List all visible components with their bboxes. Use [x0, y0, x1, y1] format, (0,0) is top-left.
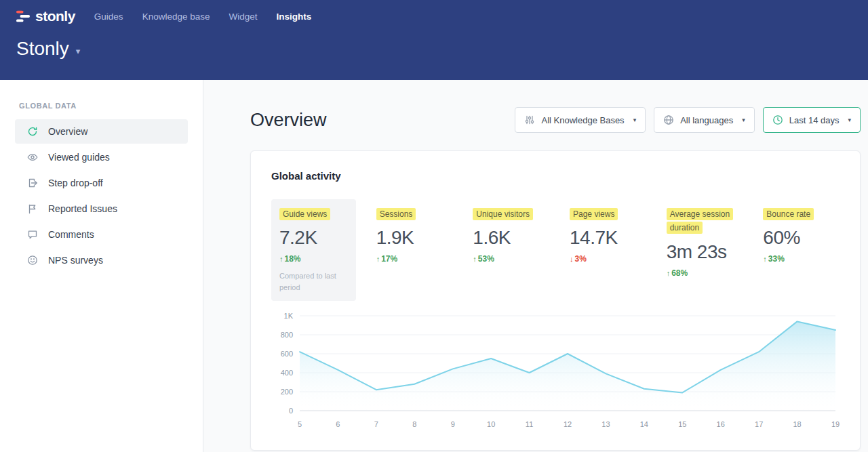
svg-text:0: 0	[289, 407, 293, 415]
brand-name: stonly	[35, 8, 75, 24]
svg-text:5: 5	[298, 420, 302, 428]
metric-avg-session-duration[interactable]: Average session duration 3m 23s ↑68%	[658, 199, 743, 286]
arrow-up-icon: ↑	[763, 255, 767, 263]
svg-text:19: 19	[831, 420, 840, 428]
card-title: Global activity	[271, 170, 840, 182]
top-nav-row: stonly Guides Knowledge base Widget Insi…	[16, 8, 852, 24]
metric-change: ↑33%	[763, 254, 831, 264]
svg-text:15: 15	[678, 420, 686, 428]
clock-icon	[772, 115, 783, 125]
arrow-up-icon: ↑	[473, 255, 477, 263]
metric-value: 60%	[763, 227, 831, 249]
step-dropoff-icon	[27, 178, 38, 188]
svg-text:8: 8	[412, 420, 416, 428]
metric-label: Unique visitors	[473, 207, 541, 221]
sidebar-item-nps-surveys[interactable]: NPS surveys	[15, 248, 188, 272]
knowledge-base-filter[interactable]: All Knowledge Bases ▾	[515, 107, 646, 133]
page-title: Overview	[250, 110, 327, 131]
language-filter[interactable]: All languages ▾	[654, 107, 755, 133]
main-nav: Guides Knowledge base Widget Insights	[94, 9, 311, 24]
svg-text:16: 16	[717, 420, 725, 428]
chevron-down-icon: ▾	[633, 117, 637, 123]
svg-text:9: 9	[451, 420, 455, 428]
filters-bar: All Knowledge Bases ▾ All languages ▾ La…	[515, 107, 861, 133]
metrics-row: Guide views 7.2K ↑18% Compared to last p…	[271, 199, 840, 301]
metric-label: Sessions	[376, 207, 445, 221]
global-activity-card: Global activity Guide views 7.2K ↑18% Co…	[250, 150, 861, 451]
sidebar-item-reported-issues[interactable]: Reported Issues	[15, 197, 188, 221]
sidebar-item-viewed-guides[interactable]: Viewed guides	[15, 145, 188, 169]
metric-bounce-rate[interactable]: Bounce rate 60% ↑33%	[755, 199, 840, 272]
metric-value: 1.6K	[473, 227, 541, 249]
sidebar-item-label: Viewed guides	[48, 152, 110, 163]
sidebar-section-label: GLOBAL DATA	[19, 102, 203, 110]
activity-area-chart: 02004006008001K5678910111213141516171819	[271, 310, 841, 431]
svg-text:14: 14	[640, 420, 648, 428]
sidebar-item-label: Comments	[48, 229, 94, 240]
stonly-logo-icon	[16, 9, 30, 23]
nav-guides[interactable]: Guides	[94, 9, 123, 24]
globe-icon	[663, 115, 674, 125]
sidebar-item-label: Step drop-off	[48, 178, 103, 188]
sliders-icon	[524, 115, 535, 125]
arrow-up-icon: ↑	[376, 255, 380, 263]
language-filter-value: All languages	[680, 115, 733, 125]
sidebar-item-label: Overview	[48, 126, 87, 137]
metric-change: ↑68%	[667, 268, 735, 278]
svg-text:12: 12	[564, 420, 572, 428]
svg-text:17: 17	[755, 420, 763, 428]
sidebar: GLOBAL DATA Overview Viewed guides Step …	[0, 80, 203, 452]
svg-text:7: 7	[374, 420, 378, 428]
date-range-filter[interactable]: Last 14 days ▾	[763, 107, 861, 133]
chevron-down-icon: ▾	[76, 46, 81, 56]
flag-icon	[27, 203, 38, 214]
sidebar-item-step-drop-off[interactable]: Step drop-off	[15, 171, 188, 195]
metric-note: Compared to last period	[279, 270, 348, 293]
metric-label: Average session duration	[667, 207, 735, 235]
workspace-selector[interactable]: Stonly ▾	[16, 38, 80, 60]
sidebar-item-label: Reported Issues	[48, 203, 117, 214]
svg-text:11: 11	[526, 420, 533, 428]
metric-value: 7.2K	[279, 227, 348, 249]
svg-text:600: 600	[281, 350, 293, 358]
svg-text:1K: 1K	[284, 312, 294, 320]
svg-text:6: 6	[336, 420, 340, 428]
chevron-down-icon: ▾	[848, 117, 851, 123]
nav-knowledge-base[interactable]: Knowledge base	[142, 9, 210, 24]
sidebar-item-comments[interactable]: Comments	[15, 222, 188, 247]
metric-change: ↑18%	[279, 254, 348, 264]
svg-text:200: 200	[281, 388, 293, 396]
metric-value: 1.9K	[376, 227, 445, 249]
metric-change: ↑53%	[473, 254, 541, 264]
svg-text:400: 400	[281, 369, 293, 377]
metric-page-views[interactable]: Page views 14.7K ↓3%	[561, 199, 646, 272]
smiley-icon	[27, 255, 38, 266]
sidebar-item-overview[interactable]: Overview	[15, 119, 188, 144]
metric-sessions[interactable]: Sessions 1.9K ↑17%	[368, 199, 453, 272]
metric-label: Page views	[570, 207, 638, 221]
metric-label: Guide views	[279, 207, 348, 221]
metric-label: Bounce rate	[763, 207, 831, 221]
metric-guide-views[interactable]: Guide views 7.2K ↑18% Compared to last p…	[271, 199, 356, 301]
svg-text:10: 10	[487, 420, 495, 428]
metric-unique-visitors[interactable]: Unique visitors 1.6K ↑53%	[465, 199, 549, 272]
svg-text:800: 800	[281, 331, 293, 339]
arrow-down-icon: ↓	[570, 255, 574, 263]
eye-icon	[27, 152, 38, 163]
metric-value: 14.7K	[570, 227, 638, 249]
svg-text:13: 13	[601, 420, 610, 428]
activity-chart-container: 02004006008001K5678910111213141516171819	[271, 310, 840, 434]
workspace-name: Stonly	[16, 38, 69, 60]
top-header: stonly Guides Knowledge base Widget Insi…	[0, 0, 868, 80]
nav-insights[interactable]: Insights	[276, 9, 311, 24]
sidebar-item-label: NPS surveys	[48, 255, 103, 266]
arrow-up-icon: ↑	[279, 255, 283, 263]
date-range-filter-value: Last 14 days	[789, 115, 840, 125]
svg-text:18: 18	[793, 420, 801, 428]
metric-change: ↓3%	[570, 254, 638, 264]
nav-widget[interactable]: Widget	[229, 9, 257, 24]
overview-icon	[27, 126, 38, 137]
stonly-logo[interactable]: stonly	[16, 8, 75, 24]
arrow-up-icon: ↑	[667, 269, 671, 277]
comment-icon	[27, 229, 38, 240]
